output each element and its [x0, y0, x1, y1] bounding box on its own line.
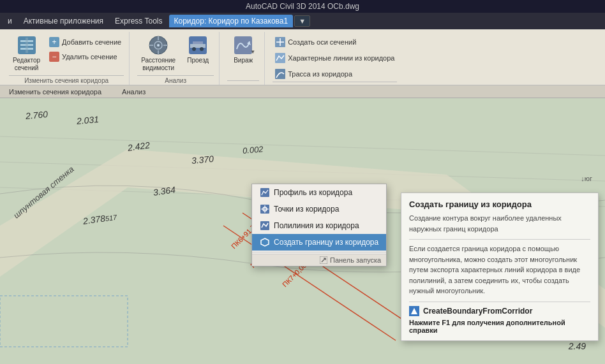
dropdown-item-profile[interactable]: Профиль из коридора [252, 184, 386, 201]
svg-marker-41 [261, 238, 269, 246]
boundary-icon [260, 237, 270, 247]
tooltip-title: Создать границу из коридора [409, 200, 590, 209]
section-axes-label: Создать оси сечений [288, 38, 356, 46]
group-label-winding [227, 80, 259, 84]
btn-winding[interactable]: Вираж ▼ [227, 33, 259, 66]
ribbon: Редакторсечений + Добавить сечение − Уда… [0, 29, 605, 85]
svg-text:−: − [52, 52, 57, 61]
btn-create-section-axes[interactable]: Создать оси сечений [273, 36, 397, 48]
svg-rect-17 [190, 44, 205, 48]
map-number-4: 3.370 [191, 154, 214, 166]
points-label: Точки из коридора [274, 205, 339, 214]
pass-icon [188, 35, 208, 55]
dropdown-item-boundary[interactable]: Создать границу из коридора [252, 234, 386, 251]
title-bar: AutoCAD Civil 3D 2014 OCb.dwg [0, 0, 605, 13]
sub-item-change-section[interactable]: Изменить сечения коридора [5, 87, 105, 96]
map-number-5: 0.002 [242, 144, 264, 156]
section-small-buttons: + Добавить сечение − Удалить сечение [47, 33, 124, 63]
dropdown-menu: Профиль из коридора Точки из коридора По… [251, 184, 387, 266]
map-number-1: 2.760 [25, 109, 48, 121]
main-content: Редакторсечений + Добавить сечение − Уда… [0, 29, 605, 364]
svg-point-15 [157, 44, 160, 47]
menu-item-corridor[interactable]: Коридор: Коридор по Казакова1 [169, 15, 294, 27]
map-number-2: 2.031 [76, 114, 99, 126]
btn-route-from-corridor[interactable]: Трасса из коридора [273, 68, 397, 80]
btn-distance-visibility[interactable]: Расстояниевидимости [137, 33, 179, 74]
tooltip-f1-text: Нажмите F1 для получения дополнительной … [409, 319, 590, 334]
feature-lines-icon [275, 53, 285, 63]
group-label-section: Изменить сечения коридора [9, 75, 124, 85]
group-label-corridor-tools [273, 82, 397, 85]
svg-text:+: + [52, 38, 57, 47]
tooltip-desc2: Если создается граница коридора с помощь… [409, 244, 590, 296]
points-icon [260, 204, 270, 214]
pass-label: Проезд [187, 57, 209, 64]
section-editor-label: Редакторсечений [13, 57, 40, 72]
ribbon-group-analysis: Расстояниевидимости Проезд [132, 32, 220, 85]
label-right-down: ↓юг [581, 175, 592, 182]
add-section-label: Добавить сечение [62, 38, 121, 46]
canvas-area[interactable]: 2.760 2.031 2.422 3.370 0.002 3.364 2.37… [0, 98, 605, 364]
group-label-analysis: Анализ [137, 75, 214, 85]
title-text: AutoCAD Civil 3D 2014 OCb.dwg [246, 2, 359, 11]
route-label: Трасса из коридора [288, 70, 352, 78]
btn-add-section[interactable]: + Добавить сечение [47, 36, 124, 48]
panel-launch-row[interactable]: Панель запуска [252, 254, 386, 266]
map-number-2-49: 2.49 [569, 341, 586, 351]
svg-rect-18 [193, 41, 203, 44]
tooltip-cmd-name: CreateBoundaryFromCorridor [423, 307, 532, 316]
distance-icon [148, 35, 168, 55]
menu-item-i[interactable]: и [3, 15, 17, 27]
tooltip-desc1: Создание контура вокруг наиболее удаленн… [409, 213, 590, 234]
tooltip-panel: Создать границу из коридора Создание кон… [401, 193, 599, 341]
dropdown-item-points[interactable]: Точки из коридора [252, 201, 386, 217]
panel-launch-label: Панель запуска [330, 256, 381, 264]
section-editor-icon [17, 35, 37, 55]
dropdown-item-polyline[interactable]: Полилиния из коридора [252, 217, 386, 234]
btn-remove-section[interactable]: − Удалить сечение [47, 50, 124, 63]
menu-bar: и Активные приложения Express Tools Кори… [0, 13, 605, 29]
ribbon-buttons-winding: Вираж ▼ [227, 33, 259, 79]
sub-item-analysis[interactable]: Анализ [118, 87, 149, 96]
btn-pass[interactable]: Проезд [182, 33, 214, 66]
tooltip-cmd-row: CreateBoundaryFromCorridor [409, 306, 590, 316]
boundary-label: Создать границу из коридора [274, 238, 378, 247]
svg-point-20 [200, 47, 204, 51]
add-section-icon: + [49, 37, 59, 47]
svg-rect-4 [26, 38, 28, 53]
polyline-label: Полилиния из коридора [274, 221, 359, 230]
tooltip-separator [409, 239, 590, 240]
ribbon-group-section-editor: Редакторсечений + Добавить сечение − Уда… [4, 32, 130, 85]
route-icon [275, 69, 285, 79]
svg-rect-34 [0, 296, 128, 347]
section-axes-icon [275, 37, 285, 47]
tooltip-cmd-icon [409, 306, 419, 316]
profile-label: Профиль из коридора [274, 188, 352, 197]
dropdown-divider [252, 252, 386, 252]
winding-label: Вираж [234, 57, 253, 64]
menu-dropdown-arrow[interactable]: ▼ [294, 15, 310, 27]
menu-item-active-apps[interactable]: Активные приложения [19, 15, 108, 27]
polyline-icon [260, 221, 270, 231]
ribbon-buttons-analysis: Расстояниевидимости Проезд [137, 33, 214, 74]
svg-point-19 [192, 47, 196, 51]
remove-section-icon: − [49, 52, 59, 62]
btn-section-editor[interactable]: Редакторсечений [9, 33, 44, 74]
distance-label: Расстояниевидимости [141, 57, 176, 72]
btn-feature-lines[interactable]: Характерные линии из коридора [273, 52, 397, 64]
ribbon-group-winding: Вираж ▼ [222, 32, 265, 85]
tooltip-separator2 [409, 302, 590, 302]
remove-section-label: Удалить сечение [62, 53, 117, 61]
ribbon-sub: Изменить сечения коридора Анализ [0, 85, 605, 98]
svg-line-28 [0, 136, 605, 156]
ribbon-buttons-section-editor: Редакторсечений + Добавить сечение − Уда… [9, 33, 124, 74]
ribbon-group-corridor-tools: Создать оси сечений Характерные линии из… [267, 32, 402, 85]
profile-icon [260, 187, 270, 198]
menu-item-express-tools[interactable]: Express Tools [110, 15, 167, 27]
corridor-small-buttons: Создать оси сечений Характерные линии из… [273, 33, 397, 80]
feature-lines-label: Характерные линии из коридора [288, 54, 394, 62]
